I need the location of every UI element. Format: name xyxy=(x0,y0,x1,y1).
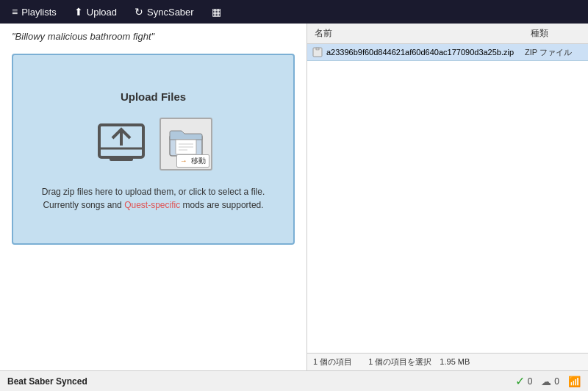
upload-arrow-icon xyxy=(95,118,148,171)
upload-title: Upload Files xyxy=(121,90,186,103)
upload-icons: → 移動 xyxy=(95,118,212,171)
check-count: 0 xyxy=(528,376,533,387)
top-navigation: ≡ Playlists ⬆ Upload ↻ SyncSaber ▦ xyxy=(0,0,588,24)
move-arrow-icon: → xyxy=(180,157,187,165)
quest-link[interactable]: Quest-specific xyxy=(124,200,180,210)
nav-extra[interactable]: ▦ xyxy=(203,0,230,24)
file-type: ZIP ファイル xyxy=(525,47,584,58)
move-badge: → 移動 xyxy=(176,154,209,168)
svg-rect-3 xyxy=(110,157,133,161)
zip-file-icon xyxy=(312,46,323,58)
nav-upload[interactable]: ⬆ Upload xyxy=(65,0,126,24)
check-icon: ✓ xyxy=(515,374,525,388)
nav-playlists[interactable]: ≡ Playlists xyxy=(3,0,65,24)
col-header-name: 名前 xyxy=(310,25,526,42)
main-area: "Billowy malicious bathroom fight" Uploa… xyxy=(0,24,588,370)
status-bar: Beat Saber Synced ✓ 0 ☁ 0 📶 xyxy=(0,370,588,391)
sync-icon: ↻ xyxy=(135,6,143,18)
playlists-icon: ≡ xyxy=(12,6,18,18)
cloud-icon: ☁ xyxy=(541,376,551,387)
col-header-type: 種類 xyxy=(526,25,585,42)
file-name: a23396b9f60d844621af60d640ac177090d3a25b… xyxy=(326,48,525,57)
upload-description: Drag zip files here to upload them, or c… xyxy=(25,185,282,212)
nav-playlists-label: Playlists xyxy=(21,7,57,18)
file-status-bar: 1 個の項目 1 個の項目を選択 1.95 MB xyxy=(307,353,588,370)
move-label: 移動 xyxy=(191,157,206,165)
svg-rect-10 xyxy=(316,48,319,50)
file-empty-space xyxy=(307,198,588,353)
nav-syncsaber[interactable]: ↻ SyncSaber xyxy=(126,0,203,24)
upload-desc-end: mods are supported. xyxy=(183,200,264,210)
song-title: "Billowy malicious bathroom fight" xyxy=(12,31,295,42)
nav-syncsaber-label: SyncSaber xyxy=(147,7,194,18)
file-explorer-header: 名前 種類 xyxy=(307,24,588,44)
cloud-status: ☁ 0 xyxy=(541,376,559,387)
left-panel: "Billowy malicious bathroom fight" Uploa… xyxy=(0,24,307,370)
check-status: ✓ 0 xyxy=(515,374,533,388)
cloud-count: 0 xyxy=(554,376,559,387)
wifi-icon: 📶 xyxy=(568,376,581,387)
file-list: a23396b9f60d844621af60d640ac177090d3a25b… xyxy=(307,44,588,198)
upload-dropzone[interactable]: Upload Files xyxy=(12,54,295,245)
app-name: Beat Saber Synced xyxy=(7,376,87,387)
right-panel: 名前 種類 a23396b9f60d844621af60d640ac177090… xyxy=(307,24,588,370)
folder-icon-container: → 移動 xyxy=(159,118,212,171)
nav-upload-label: Upload xyxy=(87,7,117,18)
grid-icon: ▦ xyxy=(212,6,221,18)
upload-icon: ⬆ xyxy=(74,6,83,18)
table-row[interactable]: a23396b9f60d844621af60d640ac177090d3a25b… xyxy=(307,44,588,61)
wifi-status: 📶 xyxy=(568,376,581,387)
